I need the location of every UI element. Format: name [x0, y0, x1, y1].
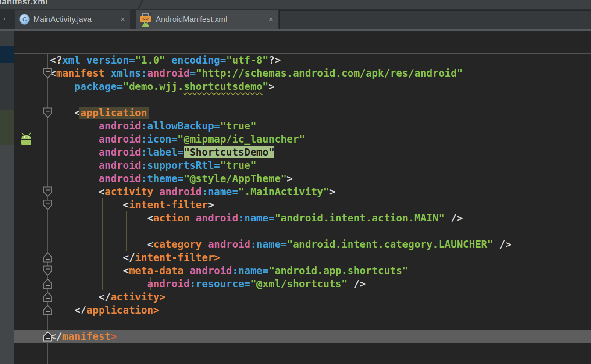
code-line[interactable]: <meta-data android:name="android.app.sho… — [50, 264, 511, 277]
project-panel-row[interactable] — [0, 63, 14, 110]
code-token — [50, 239, 147, 250]
code-token — [50, 212, 147, 224]
code-line[interactable] — [50, 343, 511, 356]
code-token: > — [329, 186, 335, 197]
code-line[interactable] — [50, 317, 511, 330]
code-token: intent-filter — [135, 252, 214, 263]
close-icon[interactable]: × — [267, 15, 274, 24]
code-line[interactable]: <activity android:name=".MainActivity"> — [50, 185, 511, 198]
code-token: package= — [74, 81, 123, 92]
code-line[interactable]: android:icon="@mipmap/ic_launcher" — [50, 132, 511, 146]
code-token: :resource= — [190, 278, 250, 289]
project-panel-row[interactable] — [0, 46, 14, 63]
code-token: > — [110, 331, 117, 342]
editor-tab-bar: ← C MainActivity.java × <> AndroidManife… — [0, 9, 591, 29]
code-token: "utf-8" — [226, 54, 269, 66]
code-line[interactable]: <manifest xmlns:android="http://schemas.… — [50, 67, 511, 80]
code-line[interactable]: </intent-filter> — [50, 251, 511, 264]
code-token: :allowBackup= — [141, 120, 220, 132]
code-line[interactable]: android:supportsRtl="true" — [50, 159, 511, 172]
back-arrow-icon[interactable]: ← — [2, 13, 11, 23]
code-line[interactable]: android:allowBackup="true" — [50, 119, 511, 132]
code-line[interactable]: <category android:name="android.intent.c… — [50, 238, 511, 251]
code-token — [153, 186, 159, 197]
xml-code-badge: <> — [140, 16, 151, 22]
code-token: android — [99, 120, 141, 132]
code-token — [50, 107, 74, 118]
code-token: > — [159, 291, 165, 303]
code-line[interactable]: <?xml version="1.0" encoding="utf-8"?> — [50, 54, 511, 67]
code-token — [50, 146, 99, 158]
code-token: < — [99, 186, 105, 197]
code-token: android — [99, 146, 141, 158]
fold-marker-collapse[interactable] — [43, 200, 53, 210]
fold-marker-expand-end[interactable] — [43, 331, 53, 342]
code-line[interactable]: android:label="ShortcutsDemo" — [50, 146, 511, 159]
project-panel-row[interactable] — [0, 145, 14, 364]
code-token — [105, 68, 111, 79]
code-token: android — [99, 133, 141, 145]
code-line[interactable]: package="demo.wjj.shortcutsdemo"> — [50, 80, 511, 93]
editor[interactable]: <?xml version="1.0" encoding="utf-8"?><m… — [14, 31, 591, 364]
code-token — [50, 252, 123, 263]
code-line[interactable]: android:resource="@xml/shortcuts" /> — [50, 277, 511, 290]
code-token: ?> — [269, 54, 281, 66]
code-token: shortcutsdemo — [184, 81, 263, 92]
code-token — [50, 133, 99, 145]
code-line[interactable] — [50, 225, 511, 238]
code-token: android — [99, 173, 141, 184]
fold-marker-collapse[interactable] — [43, 265, 53, 276]
project-panel-row[interactable] — [0, 31, 14, 46]
breadcrumb-slash — [135, 0, 146, 9]
code-token: :name= — [202, 186, 238, 197]
code-token: /> — [499, 239, 512, 250]
code-token: activity — [105, 186, 153, 197]
code-line[interactable]: </manifest> — [50, 330, 511, 343]
fold-marker-collapse[interactable] — [43, 107, 53, 118]
top-partial-tab[interactable]: Manifest.xml — [0, 0, 48, 7]
code-token: "true" — [220, 120, 256, 132]
code-token — [50, 120, 99, 132]
code-line[interactable] — [50, 93, 511, 106]
fold-marker-expand-end[interactable] — [43, 305, 53, 315]
code-token: android — [99, 160, 141, 171]
code-line[interactable]: <action android:name="android.intent.act… — [50, 211, 511, 225]
code-line[interactable]: <intent-filter> — [50, 198, 511, 211]
fold-marker-collapse[interactable] — [43, 68, 53, 79]
android-studio-window: Manifest.xml ← C MainActivity.java × <> … — [0, 0, 591, 364]
fold-marker-collapse[interactable] — [43, 186, 53, 197]
android-robot-icon[interactable] — [20, 132, 33, 148]
fold-marker-expand-end[interactable] — [43, 278, 53, 289]
code-token: "demo.wjj. — [123, 81, 183, 92]
fold-marker-expand-end[interactable] — [43, 292, 53, 302]
code-token: "@style/AppTheme" — [184, 173, 287, 184]
tab-label: MainActivity.java — [33, 15, 92, 24]
code-token: "android.intent.action.MAIN" — [274, 212, 445, 224]
code-token: android — [147, 278, 190, 289]
code-token: android — [196, 212, 238, 224]
code-line[interactable]: </application> — [50, 303, 511, 317]
fold-marker-expand-end[interactable] — [43, 252, 53, 263]
code-token — [493, 239, 499, 250]
tab-mainactivity-java[interactable]: C MainActivity.java × — [15, 10, 130, 29]
code-line[interactable]: android:theme="@style/AppTheme"> — [50, 172, 511, 185]
code-token: "android.intent.category.LAUNCHER" — [287, 239, 493, 250]
code-line[interactable]: </activity> — [50, 290, 511, 303]
tab-strip-empty-area — [279, 10, 591, 29]
code-token: " — [263, 81, 269, 92]
code-token: > — [153, 304, 159, 316]
code-token — [50, 81, 74, 92]
close-icon[interactable]: × — [119, 15, 126, 24]
code-token — [445, 212, 451, 224]
code-token: activity — [110, 291, 159, 303]
code-token: :theme= — [141, 173, 184, 184]
code-line[interactable]: <application — [50, 106, 511, 119]
project-panel-row[interactable] — [0, 110, 14, 145]
code-token — [50, 160, 99, 171]
code-token: encoding= — [171, 54, 226, 66]
tab-androidmanifest-xml[interactable]: <> AndroidManifest.xml × — [136, 10, 278, 29]
code-area[interactable]: <?xml version="1.0" encoding="utf-8"?><m… — [50, 54, 511, 356]
code-token: :label= — [141, 146, 184, 158]
code-token — [50, 304, 74, 316]
code-token — [50, 199, 123, 211]
